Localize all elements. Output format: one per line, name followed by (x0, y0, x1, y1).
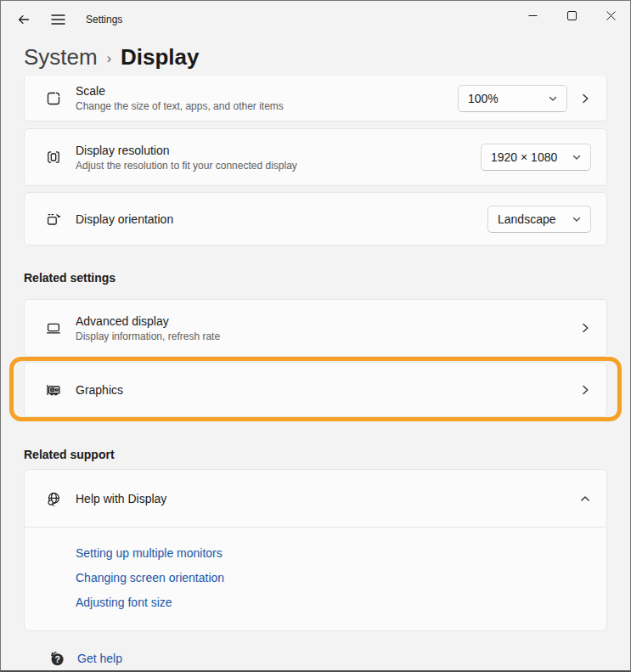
minimize-icon (528, 11, 538, 20)
advanced-display-subtitle: Display information, refresh rate (76, 330, 220, 342)
scale-dropdown[interactable]: 100% (458, 85, 567, 112)
help-links: Setting up multiple monitors Changing sc… (25, 528, 606, 630)
chevron-down-icon (572, 214, 582, 224)
setting-row-scale[interactable]: Scale Change the size of text, apps, and… (24, 76, 607, 121)
get-help-link[interactable]: Get help (77, 652, 122, 665)
chevron-right-icon (579, 93, 591, 104)
titlebar: Settings (1, 1, 630, 38)
graphics-title: Graphics (76, 383, 123, 397)
settings-content: Scale Change the size of text, apps, and… (1, 76, 630, 667)
link-changing-screen-orientation[interactable]: Changing screen orientation (76, 566, 224, 590)
back-arrow-icon (17, 13, 31, 26)
help-with-display-row[interactable]: Help with Display (25, 470, 606, 527)
globe-search-icon (45, 490, 62, 507)
chevron-up-icon (579, 493, 591, 505)
scale-icon (45, 90, 62, 107)
display-orientation-icon (45, 211, 62, 228)
help-card: Help with Display Setting up multiple mo… (24, 469, 607, 631)
scale-dropdown-value: 100% (468, 92, 499, 105)
menu-button[interactable] (45, 7, 70, 32)
app-title: Settings (86, 14, 122, 25)
setting-row-graphics[interactable]: Graphics (24, 362, 607, 417)
orientation-dropdown[interactable]: Landscape (487, 206, 591, 233)
setting-row-display-resolution: Display resolution Adjust the resolution… (24, 128, 607, 186)
minimize-button[interactable] (513, 1, 552, 30)
breadcrumb-system[interactable]: System (24, 44, 98, 71)
advanced-display-title: Advanced display (76, 314, 220, 328)
display-resolution-icon (45, 149, 62, 166)
orientation-dropdown-value: Landscape (498, 212, 556, 226)
page-title: Display (121, 44, 200, 71)
monitor-icon (45, 319, 62, 336)
link-adjusting-font-size[interactable]: Adjusting font size (76, 590, 172, 615)
resolution-subtitle: Adjust the resolution to fit your connec… (76, 160, 297, 172)
link-setting-up-multiple-monitors[interactable]: Setting up multiple monitors (76, 541, 223, 566)
orientation-title: Display orientation (76, 212, 173, 226)
svg-text:?: ? (54, 654, 59, 664)
related-settings-header: Related settings (24, 271, 607, 285)
hamburger-menu-icon (51, 14, 65, 25)
resolution-dropdown-value: 1920 × 1080 (491, 150, 557, 164)
back-button[interactable] (11, 7, 37, 32)
get-help-row: ? Get help (48, 650, 607, 667)
chevron-right-icon (579, 384, 591, 396)
breadcrumb-separator: › (107, 48, 111, 66)
settings-window: Settings System › Display (0, 0, 631, 672)
chevron-right-icon (579, 322, 591, 334)
breadcrumb: System › Display (1, 38, 630, 76)
scale-subtitle: Change the size of text, apps, and other… (76, 100, 284, 112)
get-help-icon: ? (48, 650, 65, 667)
graphics-card-icon (45, 381, 62, 398)
maximize-icon (567, 11, 577, 20)
chevron-down-icon (572, 152, 582, 162)
scale-title: Scale (76, 84, 284, 98)
resolution-dropdown[interactable]: 1920 × 1080 (481, 144, 591, 171)
window-controls (513, 1, 630, 30)
close-icon (606, 11, 616, 20)
maximize-button[interactable] (552, 1, 591, 30)
graphics-highlight-wrapper: Graphics (24, 362, 607, 417)
setting-row-advanced-display[interactable]: Advanced display Display information, re… (24, 299, 607, 357)
close-button[interactable] (591, 1, 630, 30)
chevron-down-icon (548, 93, 558, 104)
related-support-header: Related support (24, 448, 607, 461)
help-with-display-title: Help with Display (76, 492, 166, 505)
resolution-title: Display resolution (76, 144, 297, 157)
setting-row-display-orientation: Display orientation Landscape (24, 192, 607, 246)
